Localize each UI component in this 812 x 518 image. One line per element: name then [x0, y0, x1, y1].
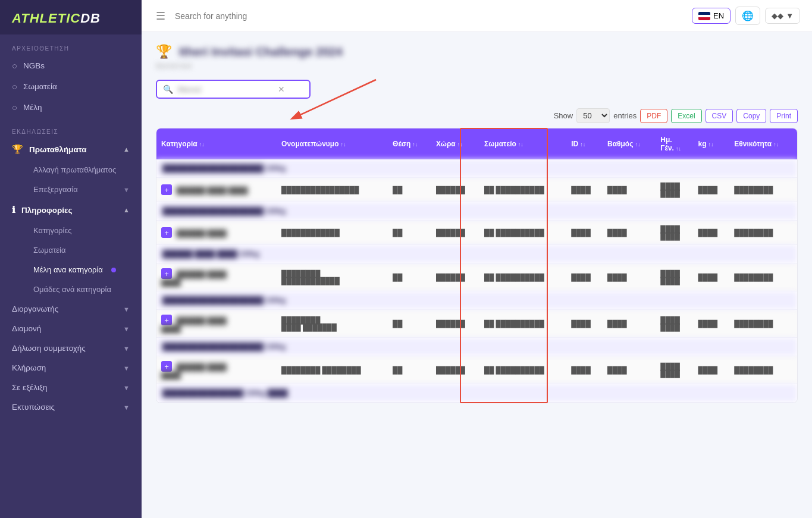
cell-ethnik2: ████████	[729, 221, 797, 245]
cell-vathmos4: ████	[603, 310, 656, 338]
sidebar-item-pliroforics[interactable]: ℹ Πληροφορίες ▲	[0, 199, 142, 221]
sidebar-section-events: ΕΚΔΗΛΩΣΕΙΣ	[0, 118, 142, 139]
sidebar-item-label: Εκτυπώσεις	[12, 403, 55, 412]
table-row: + ██████ ████████ ████████████ ███████ █…	[156, 310, 797, 338]
sidebar-item-label: Πληροφορίες	[21, 206, 73, 215]
chevron-down-icon6: ▼	[123, 365, 130, 372]
cell-kg1: ████	[694, 178, 730, 202]
cell-vathmos5: ████	[603, 356, 656, 384]
cell-somateia3: ██ ██████████	[479, 263, 566, 291]
user-button[interactable]: ◆◆ ▼	[765, 8, 800, 24]
sidebar-item-protathlimatа[interactable]: 🏆 Πρωταθλήματα ▲	[0, 139, 142, 160]
cell-name3: ████████████████████	[277, 263, 388, 291]
copy-button[interactable]: Copy	[736, 109, 766, 123]
sort-icon2: ↑↓	[341, 142, 346, 147]
cell-id5: ████	[566, 356, 603, 384]
cell-imgen5: ████████	[656, 356, 693, 384]
category-cell3: ██████ ████ ████ 100kg	[156, 245, 797, 263]
globe-button[interactable]: 🌐	[735, 7, 760, 25]
sidebar-item-epexergasia[interactable]: Επεξεργασία ▼	[21, 180, 142, 199]
data-table: Κατηγορία↑↓ Ονοματεπώνυμο↑↓ Θέση↑↓ Χώρα↑…	[156, 128, 797, 403]
table-wrapper: Κατηγορία↑↓ Ονοματεπώνυμο↑↓ Θέση↑↓ Χώρα↑…	[156, 128, 798, 403]
search-input[interactable]	[175, 11, 685, 21]
category-cell4: ████████████████████ 100kg	[156, 291, 797, 310]
sort-icon: ↑↓	[199, 142, 205, 147]
cell-ethnik4: ████████	[729, 310, 797, 338]
sort-icon10: ↑↓	[773, 142, 779, 147]
table-search-input[interactable]	[178, 85, 273, 94]
expand-button5[interactable]: +	[161, 361, 172, 372]
globe-icon: 🌐	[742, 10, 754, 21]
expand-button2[interactable]: +	[161, 227, 172, 238]
chevron-down-icon7: ▼	[123, 384, 130, 391]
th-kategoria: Κατηγορία↑↓	[156, 128, 277, 159]
table-row: ██████ ████ ████ 100kg	[156, 245, 797, 263]
sidebar-item-meli[interactable]: ○ Μέλη	[0, 97, 142, 118]
chevron-down-icon3: ▼	[123, 306, 130, 313]
sidebar-item-label: Δήλωση συμμετοχής	[12, 344, 86, 353]
cell-name2: ████████████	[277, 221, 388, 245]
sidebar-item-label: Σωματεία	[23, 82, 57, 91]
lang-label: EN	[713, 11, 724, 20]
search-box: 🔍 ✕	[156, 80, 311, 99]
cell-expand2: + ██████ ████	[156, 221, 277, 245]
sidebar-item-klirosi[interactable]: Κλήρωση ▼	[0, 358, 142, 378]
sidebar-item-diorganotis[interactable]: Διοργανωτής ▼	[0, 299, 142, 319]
sidebar-item-somateia2[interactable]: Σωματεία	[21, 240, 142, 260]
table-row: + ██████ ████████ ████████ ████████ ██ █…	[156, 356, 797, 384]
sidebar-item-label: Κλήρωση	[12, 363, 46, 372]
sidebar-item-label: Αλλαγή πρωταθλήματος	[33, 165, 116, 174]
cell-thesi4: ██	[388, 310, 431, 338]
cell-name4: ████████████ ███████	[277, 310, 388, 338]
cell-id1: ████	[566, 178, 603, 202]
pdf-button[interactable]: PDF	[640, 109, 667, 123]
cell-expand4: + ██████ ████████	[156, 310, 277, 338]
th-id: ID↑↓	[566, 128, 603, 159]
excel-button[interactable]: Excel	[671, 109, 701, 123]
page-title: Itheri Invitasi Challenge 2024	[179, 45, 343, 59]
page-content: 🏆 Itheri Invitasi Challenge 2024 blurred…	[142, 32, 812, 518]
entries-select[interactable]: 50 25 100	[576, 108, 610, 123]
expand-button3[interactable]: +	[161, 268, 172, 279]
sidebar-item-diloosi[interactable]: Δήλωση συμμετοχής ▼	[0, 338, 142, 358]
cell-id2: ████	[566, 221, 603, 245]
sort-icon3: ↑↓	[412, 142, 418, 147]
sidebar-item-ngbs[interactable]: ○ NGBs	[0, 55, 142, 76]
sidebar-item-label: Επεξεργασία	[33, 185, 78, 194]
sidebar-item-diamoni[interactable]: Διαμονή ▼	[0, 319, 142, 338]
sidebar-item-somateia[interactable]: ○ Σωματεία	[0, 76, 142, 97]
sidebar-item-allagi[interactable]: Αλλαγή πρωταθλήματος	[21, 160, 142, 180]
hamburger-icon[interactable]: ☰	[153, 7, 168, 25]
cell-vathmos3: ████	[603, 263, 656, 291]
clear-icon[interactable]: ✕	[278, 84, 285, 94]
cell-vathmos2: ████	[603, 221, 656, 245]
sort-icon8: ↑↓	[676, 146, 681, 152]
cell-ethnik5: ████████	[729, 356, 797, 384]
table-row: ████████████████████ 100kg	[156, 159, 797, 178]
sort-icon9: ↑↓	[708, 142, 714, 147]
language-button[interactable]: EN	[692, 8, 731, 24]
chevron-up-icon: ▲	[123, 146, 130, 153]
print-button[interactable]: Print	[770, 109, 798, 123]
cell-kategoria2: ██████ ████	[176, 230, 227, 237]
csv-button[interactable]: CSV	[706, 109, 733, 123]
sidebar-item-label: Πρωταθλήματα	[29, 145, 87, 154]
sidebar-item-se-exelixei[interactable]: Σε εξέλιξη ▼	[0, 378, 142, 397]
cell-somateia2: ██ ██████████	[479, 221, 566, 245]
cell-imgen2: ████████	[656, 221, 693, 245]
expand-button[interactable]: +	[161, 184, 172, 195]
logo-db: DB	[80, 11, 101, 26]
expand-button4[interactable]: +	[161, 315, 172, 325]
th-thesi: Θέση↑↓	[388, 128, 431, 159]
sidebar-item-meli-ana[interactable]: Μέλη ανα κατηγορία	[21, 260, 142, 280]
user-icon: ◆◆	[772, 11, 783, 20]
chevron-down-icon: ▼	[123, 186, 130, 193]
sidebar-item-kategorics[interactable]: Κατηγορίες	[21, 221, 142, 240]
table-toolbar: Show 50 25 100 entries PDF Excel CSV Cop…	[156, 108, 798, 123]
th-kg: kg↑↓	[694, 128, 730, 159]
sidebar-item-label: Διαμονή	[12, 324, 41, 333]
sidebar-item-ektiposis[interactable]: Εκτυπώσεις ▼	[0, 397, 142, 417]
cell-thesi5: ██	[388, 356, 431, 384]
sidebar-item-omades[interactable]: Ομάδες ανά κατηγορία	[21, 280, 142, 299]
cell-thesi3: ██	[388, 263, 431, 291]
